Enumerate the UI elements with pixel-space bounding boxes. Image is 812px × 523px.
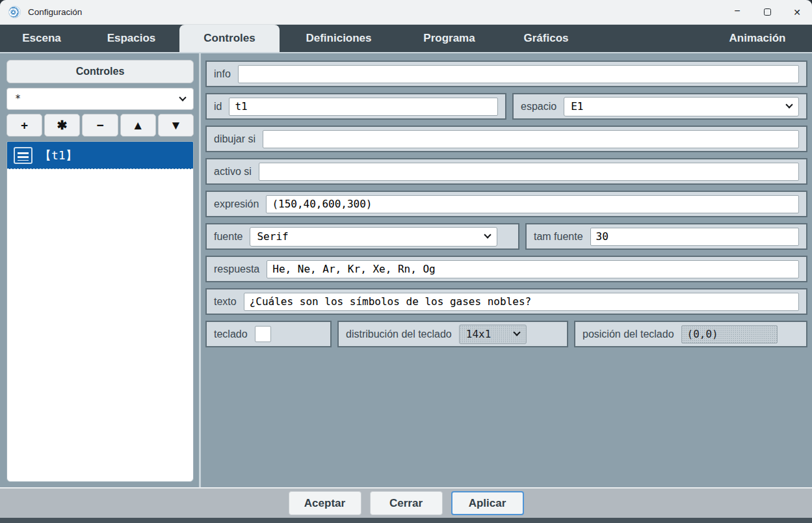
texto-input[interactable] — [244, 293, 799, 311]
activo-si-group: activo si — [205, 158, 807, 185]
activo-si-input[interactable] — [259, 163, 799, 181]
move-down-button[interactable]: ▼ — [158, 114, 194, 137]
add-control-button[interactable]: + — [7, 114, 42, 137]
distribucion-teclado-group: distribución del teclado 14x1 — [337, 321, 568, 347]
titlebar: Configuración − ✕ — [0, 0, 812, 25]
texto-group: texto — [205, 288, 807, 315]
id-input[interactable] — [229, 98, 498, 116]
distribucion-teclado-value: 14x1 — [466, 328, 514, 340]
distribucion-teclado-select: 14x1 — [459, 325, 527, 344]
app-logo-icon — [8, 6, 21, 18]
distribucion-teclado-label: distribución del teclado — [346, 329, 452, 340]
texto-label: texto — [214, 296, 237, 308]
tam-fuente-group: tam fuente — [525, 223, 807, 250]
chevron-down-icon — [484, 231, 491, 238]
tam-fuente-label: tam fuente — [534, 231, 583, 243]
teclado-label: teclado — [214, 329, 248, 340]
sidebar-toolbar: + ✱ − ▲ ▼ — [7, 114, 194, 137]
espacio-value: E1 — [571, 100, 787, 113]
controls-list: 【t1】 — [7, 141, 194, 482]
maximize-icon — [764, 8, 771, 16]
tam-fuente-input[interactable] — [590, 228, 799, 246]
close-icon: ✕ — [793, 8, 801, 17]
sidebar-title: Controles — [7, 60, 194, 83]
espacio-select[interactable]: E1 — [564, 97, 799, 116]
chevron-down-icon — [179, 94, 186, 101]
configuration-window: Configuración − ✕ Escena Espacios Contro… — [0, 0, 812, 523]
controls-sidebar: Controles * + ✱ − ▲ ▼ 【t1】 — [0, 53, 199, 487]
maximize-button[interactable] — [752, 0, 782, 24]
dibujar-si-label: dibujar si — [214, 133, 255, 145]
minimize-icon: − — [734, 6, 740, 16]
control-form: info id espacio E1 — [201, 53, 812, 487]
posicion-teclado-group: posición del teclado — [574, 321, 807, 347]
fuente-group: fuente Serif — [205, 223, 519, 250]
info-input[interactable] — [238, 65, 799, 83]
dibujar-si-input[interactable] — [263, 130, 799, 148]
control-filter-select[interactable]: * — [7, 88, 194, 110]
close-dialog-button[interactable]: Cerrar — [370, 491, 443, 515]
respuesta-group: respuesta — [205, 256, 807, 282]
respuesta-input[interactable] — [267, 260, 799, 278]
tab-graficos[interactable]: Gráficos — [501, 25, 592, 52]
tab-definiciones[interactable]: Definiciones — [280, 25, 398, 52]
expresion-group: expresión — [205, 191, 807, 217]
expresion-input[interactable] — [266, 195, 799, 213]
tab-animacion[interactable]: Animación — [703, 25, 812, 52]
info-label: info — [214, 68, 231, 80]
close-button[interactable]: ✕ — [782, 0, 812, 24]
tab-espacios[interactable]: Espacios — [83, 25, 179, 52]
tab-bar: Escena Espacios Controles Definiciones P… — [0, 25, 812, 52]
teclado-group: teclado — [205, 321, 332, 347]
fuente-label: fuente — [214, 231, 242, 243]
id-label: id — [214, 101, 222, 113]
teclado-checkbox[interactable] — [255, 326, 271, 342]
tab-programa[interactable]: Programa — [398, 25, 501, 52]
tab-escena[interactable]: Escena — [0, 25, 83, 52]
activo-si-label: activo si — [214, 166, 252, 178]
tab-controles[interactable]: Controles — [179, 25, 280, 52]
posicion-teclado-label: posición del teclado — [583, 329, 674, 340]
id-group: id — [205, 93, 506, 120]
chevron-down-icon — [785, 101, 792, 108]
fuente-value: Serif — [257, 230, 485, 243]
list-item-t1[interactable]: 【t1】 — [7, 142, 193, 169]
move-up-button[interactable]: ▲ — [120, 114, 156, 137]
main-area: Controles * + ✱ − ▲ ▼ 【t1】 — [0, 52, 812, 487]
dialog-footer: Aceptar Cerrar Aplicar — [0, 487, 812, 518]
remove-control-button[interactable]: − — [82, 114, 118, 137]
duplicate-control-button[interactable]: ✱ — [44, 114, 80, 137]
espacio-label: espacio — [521, 101, 557, 113]
espacio-group: espacio E1 — [512, 93, 807, 120]
window-title: Configuración — [28, 7, 82, 17]
minimize-button[interactable]: − — [722, 0, 752, 24]
window-bottom-edge — [0, 518, 812, 523]
posicion-teclado-input — [681, 325, 778, 343]
fuente-select[interactable]: Serif — [250, 227, 497, 247]
apply-button[interactable]: Aplicar — [451, 491, 524, 515]
text-control-icon — [14, 147, 33, 164]
expresion-label: expresión — [214, 198, 259, 210]
window-controls: − ✕ — [722, 0, 812, 24]
respuesta-label: respuesta — [214, 263, 259, 275]
control-filter-value: * — [15, 93, 180, 105]
info-group: info — [205, 60, 807, 87]
list-item-label: 【t1】 — [40, 148, 77, 163]
accept-button[interactable]: Aceptar — [289, 491, 361, 515]
chevron-down-icon — [513, 329, 520, 336]
dibujar-si-group: dibujar si — [205, 126, 807, 152]
